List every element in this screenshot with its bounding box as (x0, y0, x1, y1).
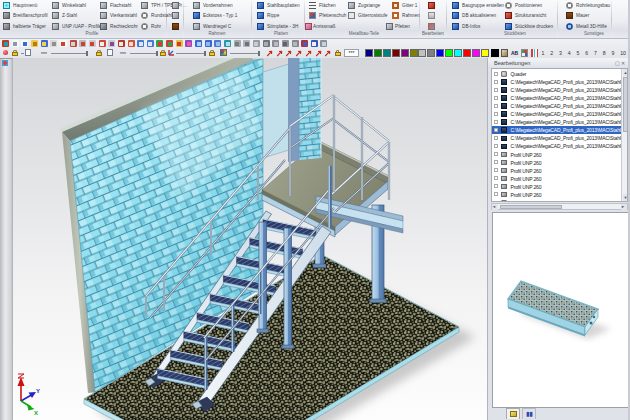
svg-text:X: X (34, 410, 38, 416)
svg-text:Y: Y (36, 388, 40, 394)
